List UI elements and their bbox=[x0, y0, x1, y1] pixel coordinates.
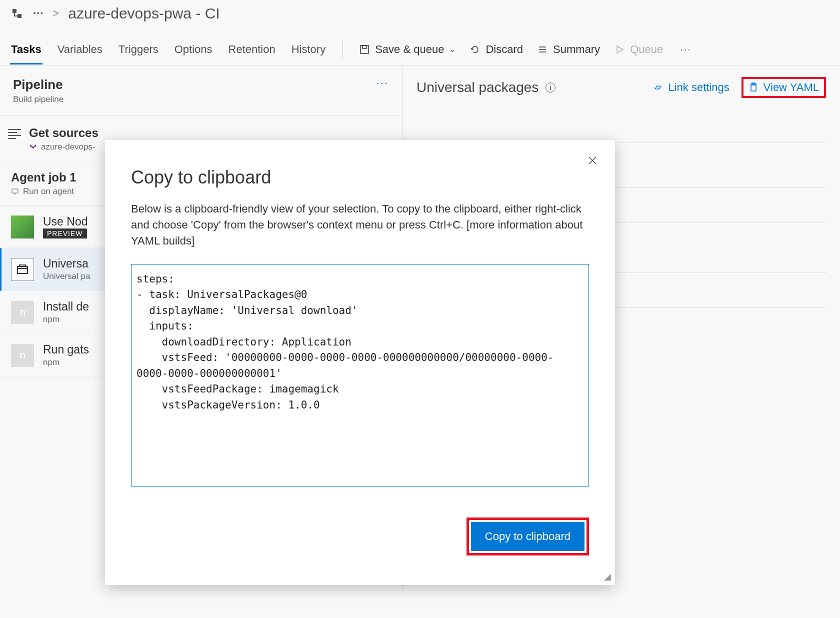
task-detail-title: Universal packages bbox=[416, 80, 538, 96]
tab-history[interactable]: History bbox=[290, 35, 326, 64]
view-yaml-highlight: View YAML bbox=[742, 77, 826, 98]
svg-rect-3 bbox=[362, 46, 366, 48]
link-icon bbox=[653, 82, 663, 92]
task-sub: Universal pa bbox=[43, 272, 90, 282]
pipeline-subtitle: Build pipeline bbox=[13, 94, 64, 104]
tab-options[interactable]: Options bbox=[174, 35, 214, 64]
discard-button[interactable]: Discard bbox=[470, 43, 523, 56]
svg-rect-2 bbox=[360, 46, 368, 54]
resize-handle[interactable]: ◢ bbox=[604, 571, 611, 582]
summary-button[interactable]: Summary bbox=[537, 43, 600, 56]
save-queue-label: Save & queue bbox=[375, 43, 444, 56]
copy-button-highlight: Copy to clipboard bbox=[466, 518, 589, 556]
field-row bbox=[416, 98, 826, 143]
undo-icon bbox=[470, 44, 480, 55]
get-sources-icon bbox=[8, 129, 21, 152]
clipboard-icon bbox=[748, 82, 758, 92]
modal-description: Below is a clipboard-friendly view of yo… bbox=[131, 201, 589, 249]
task-title: Install de bbox=[43, 300, 89, 314]
discard-label: Discard bbox=[486, 43, 523, 56]
svg-rect-1 bbox=[18, 14, 22, 18]
info-icon[interactable]: i bbox=[546, 82, 556, 92]
breadcrumb-more[interactable]: ··· bbox=[33, 7, 44, 20]
tab-variables[interactable]: Variables bbox=[56, 35, 104, 64]
copy-to-clipboard-button[interactable]: Copy to clipboard bbox=[471, 522, 584, 551]
pipeline-header[interactable]: Pipeline Build pipeline ··· bbox=[0, 66, 402, 116]
npm-icon: n bbox=[11, 301, 34, 324]
svg-rect-4 bbox=[12, 189, 18, 193]
link-settings-button[interactable]: Link settings bbox=[653, 81, 729, 94]
get-sources-sub: azure-devops- bbox=[29, 142, 98, 152]
pipeline-tabbar: Tasks Variables Triggers Options Retenti… bbox=[0, 33, 840, 66]
chevron-right-icon: > bbox=[52, 7, 59, 20]
list-icon bbox=[537, 44, 548, 55]
pipeline-more[interactable]: ··· bbox=[376, 77, 389, 88]
chevron-down-icon: ⌄ bbox=[449, 44, 456, 54]
save-icon bbox=[359, 44, 370, 55]
tab-tasks[interactable]: Tasks bbox=[10, 35, 42, 64]
close-button[interactable] bbox=[587, 155, 598, 166]
toolbar-divider bbox=[342, 40, 343, 59]
task-title: Use Nod bbox=[43, 215, 88, 228]
breadcrumb-title[interactable]: azure-devops-pwa - CI bbox=[68, 5, 220, 22]
view-yaml-button[interactable]: View YAML bbox=[748, 81, 819, 94]
nodejs-icon bbox=[11, 216, 34, 238]
queue-label: Queue bbox=[630, 43, 663, 56]
link-settings-label: Link settings bbox=[668, 81, 729, 94]
save-queue-button[interactable]: Save & queue ⌄ bbox=[359, 43, 456, 56]
view-yaml-label: View YAML bbox=[764, 81, 819, 94]
package-icon bbox=[11, 258, 34, 281]
play-icon bbox=[614, 44, 625, 55]
breadcrumb: ··· > azure-devops-pwa - CI bbox=[0, 0, 840, 33]
svg-rect-5 bbox=[18, 266, 28, 274]
toolbar-more[interactable]: ··· bbox=[680, 44, 692, 55]
get-sources-title: Get sources bbox=[29, 126, 98, 140]
modal-title: Copy to clipboard bbox=[131, 167, 589, 188]
npm-icon: n bbox=[11, 344, 34, 367]
task-sub: npm bbox=[43, 314, 89, 324]
task-title: Run gats bbox=[43, 343, 89, 356]
svg-rect-0 bbox=[12, 9, 16, 13]
pipeline-title: Pipeline bbox=[13, 77, 64, 92]
tab-retention[interactable]: Retention bbox=[228, 35, 276, 64]
pipelines-icon[interactable] bbox=[10, 6, 24, 20]
task-sub: npm bbox=[43, 358, 89, 368]
tab-triggers[interactable]: Triggers bbox=[118, 35, 160, 64]
task-title: Universa bbox=[43, 257, 90, 270]
copy-clipboard-modal: Copy to clipboard Below is a clipboard-f… bbox=[105, 140, 615, 585]
preview-badge: PREVIEW bbox=[43, 228, 87, 238]
summary-label: Summary bbox=[553, 43, 600, 56]
yaml-textarea[interactable] bbox=[131, 264, 589, 486]
queue-button: Queue bbox=[614, 43, 663, 56]
